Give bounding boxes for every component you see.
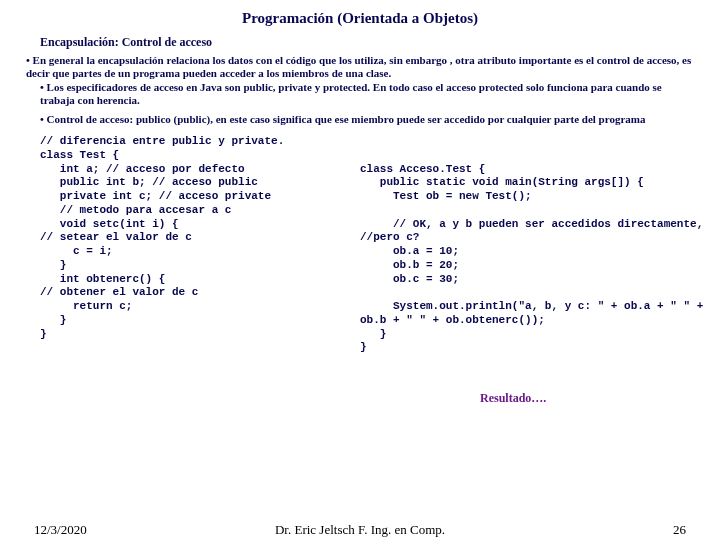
code-left: // diferencia entre public y private. cl…	[40, 135, 360, 433]
footer-page-number: 26	[673, 522, 686, 538]
slide-title: Programación (Orientada a Objetos)	[0, 0, 720, 27]
slide-subtitle: Encapsulación: Control de acceso	[40, 35, 720, 50]
code-columns: // diferencia entre public y private. cl…	[40, 135, 700, 433]
paragraph-1a: En general la encapsulación relaciona lo…	[26, 54, 694, 79]
footer-author: Dr. Eric Jeltsch F. Ing. en Comp. Univer…	[0, 522, 720, 540]
footer-author-line1: Dr. Eric Jeltsch F. Ing. en Comp.	[275, 522, 445, 537]
result-label: Resultado….	[480, 391, 700, 406]
slide: Programación (Orientada a Objetos) Encap…	[0, 0, 720, 540]
code-right-wrap: class Acceso.Test { public static void m…	[360, 135, 700, 433]
paragraph-2: Control de acceso: publico (public), en …	[40, 113, 690, 126]
code-right: class Acceso.Test { public static void m…	[360, 163, 700, 356]
paragraph-1b: Los especificadores de acceso en Java so…	[40, 81, 694, 106]
